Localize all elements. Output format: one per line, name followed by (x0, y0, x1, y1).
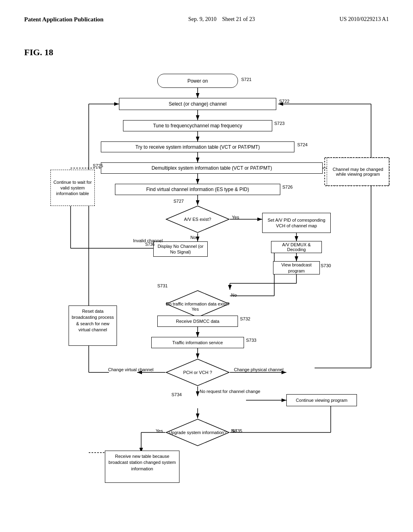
s725-box: Demultiplex system information table (VC… (101, 162, 323, 174)
s736-text: Display No Channel (or No Signal) (157, 243, 204, 255)
s723-box: Tune to frequencychannel map frequency (123, 120, 272, 131)
continue-viewing-box: Continue viewing program (286, 394, 357, 406)
reset-data-text: Reset data broadcasting process & search… (71, 308, 114, 333)
s721-label: S721 (241, 77, 252, 82)
s727-text: A/V ES exist? (184, 216, 211, 222)
figure-label: FIG. 18 (24, 47, 389, 58)
s730-label: S730 (321, 263, 331, 268)
s731-yes-label: Yes (192, 307, 199, 312)
s722-box: Select (or change) channel (119, 98, 276, 110)
s730-text: View broadcast program (277, 262, 316, 274)
page-header: Patent Application Publication Sep. 9, 2… (24, 16, 389, 23)
s731-diamond: Do traffic information data exist? (165, 290, 230, 318)
s734-diamond: PCH or VCH ? (165, 358, 230, 387)
s726-text: Find virtual channel information (ES typ… (146, 187, 249, 192)
s732-box: Receive DSMCC data (157, 316, 238, 327)
flowchart-diagram: Power on S721 Select (or change) channel… (48, 66, 395, 501)
s733-box: Traffic information service (151, 337, 244, 348)
s721-box: Power on (157, 74, 238, 88)
channel-may-be-text: Channel may be changed while viewing pro… (329, 167, 387, 177)
page: Patent Application Publication Sep. 9, 2… (0, 0, 413, 532)
s721-text: Power on (188, 78, 208, 84)
receive-new-table-text: Receive new table because broadcast stat… (108, 453, 177, 472)
s725-label: S725 (93, 163, 103, 168)
sheet-number: Sheet 21 of 23 (222, 16, 255, 22)
s734-label: S734 (171, 392, 182, 397)
s731-text: Do traffic information data exist? (166, 301, 229, 307)
s725-text: Demultiplex system information table (VC… (152, 165, 272, 171)
s733-text: Traffic information service (172, 340, 223, 345)
s734-text: PCH or VCH ? (183, 370, 212, 375)
reset-data-box: Reset data broadcasting process & search… (69, 305, 117, 346)
continue-viewing-text: Continue viewing program (296, 398, 348, 403)
s724-text: Try to receive system information table … (136, 144, 260, 150)
s731-label: S731 (157, 283, 168, 288)
invalid-channel-label: Invalid channel (133, 238, 163, 243)
continue-wait-box: Continue to wait for valid system inform… (50, 170, 95, 206)
s724-label: S724 (297, 142, 308, 147)
s727-yes-label: Yes (232, 215, 239, 220)
s735-yes-label: Yes (156, 428, 163, 433)
continue-wait-text: Continue to wait for valid system inform… (52, 179, 93, 197)
s723-label: S723 (274, 121, 285, 126)
s729-text: A/V DEMUX & Decoding (275, 242, 318, 252)
s729-box: A/V DEMUX & Decoding (271, 241, 322, 253)
s726-box: Find virtual channel information (ES typ… (115, 184, 280, 195)
s723-text: Tune to frequencychannel map frequency (153, 123, 242, 129)
no-request-label: No request for channel change (200, 389, 260, 394)
s724-box: Try to receive system information table … (101, 141, 294, 152)
s727-label: S727 (173, 199, 184, 204)
s735-no-label: No (231, 428, 237, 433)
s722-text: Select (or change) channel (169, 101, 226, 107)
change-physical-label: Change physical channel (234, 367, 284, 372)
publication-date: Sep. 9, 2010 (188, 16, 217, 22)
s722-label: S722 (279, 99, 290, 104)
s726-label: S726 (282, 185, 293, 189)
s731-no-label: No (231, 293, 237, 297)
publication-title: Patent Application Publication (24, 16, 104, 23)
s732-text: Receive DSMCC data (176, 319, 219, 324)
s732-label: S732 (240, 316, 250, 321)
s728-box: Set A/V PID of corresponding VCH of chan… (262, 213, 331, 233)
s736-box: Display No Channel (or No Signal) (153, 241, 208, 257)
s727-diamond: A/V ES exist? (165, 205, 230, 233)
receive-new-table-box: Receive new table because broadcast stat… (105, 451, 179, 483)
s730-box: View broadcast program (273, 261, 320, 274)
s733-label: S733 (246, 338, 257, 343)
s728-text: Set A/V PID of corresponding VCH of chan… (266, 217, 327, 229)
s735-diamond: Upgrade system information? (165, 418, 230, 447)
s735-text: Upgrade system information? (169, 430, 227, 435)
patent-number: US 2010/0229213 A1 (340, 16, 389, 23)
channel-may-be-box: Channel may be changed while viewing pro… (327, 158, 389, 186)
s727-no-label: No (190, 235, 196, 240)
change-virtual-label: Change virtual channel (108, 367, 154, 372)
header-center: Sep. 9, 2010 Sheet 21 of 23 (188, 16, 255, 23)
